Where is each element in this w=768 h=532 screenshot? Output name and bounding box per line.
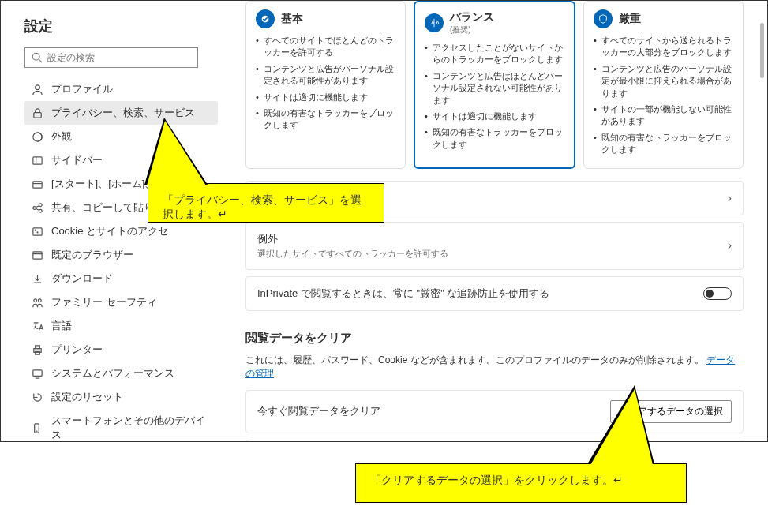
appearance-icon <box>31 130 43 143</box>
language-icon <box>31 320 43 332</box>
svg-point-0 <box>32 53 39 60</box>
sidebar-item-label: プロファイル <box>51 82 113 96</box>
svg-point-14 <box>35 230 36 230</box>
svg-line-1 <box>39 59 42 62</box>
browser-icon <box>31 249 43 261</box>
share-icon <box>31 201 43 214</box>
lock-icon <box>31 107 43 119</box>
row-title: 例外 <box>257 232 448 246</box>
svg-point-15 <box>37 231 38 232</box>
reset-icon <box>31 391 43 403</box>
card-item: 既知の有害なトラッカーをブロックします <box>425 126 564 151</box>
card-title: 基本 <box>281 12 303 26</box>
tracking-card-strict[interactable]: 厳重 すべてのサイトから送られるトラッカーの大部分をブロックします コンテンツと… <box>583 1 744 169</box>
svg-rect-5 <box>32 156 41 163</box>
sidebar-item-label: 既定のブラウザー <box>51 248 133 262</box>
card-item: 既知の有害なトラッカーをブロックします <box>594 132 733 156</box>
svg-point-10 <box>39 209 42 212</box>
card-item: すべてのサイトでほとんどのトラッカーを許可する <box>256 35 395 59</box>
card-item: コンテンツと広告のパーソナル設定が最小限に抑えられる場合があります <box>594 63 733 99</box>
svg-line-12 <box>36 208 39 210</box>
card-item: サイトの一部が機能しない可能性があります <box>594 103 733 128</box>
settings-search[interactable] <box>24 47 198 68</box>
row-title: InPrivate で閲覧するときは、常に "厳密" な追跡防止を使用する <box>257 287 549 301</box>
settings-title: 設定 <box>24 17 218 36</box>
sidebar-item-label: システムとパフォーマンス <box>51 366 174 380</box>
sidebar-item-default[interactable]: 既定のブラウザー <box>24 243 218 267</box>
sidebar-item-label: プリンター <box>51 343 103 357</box>
sidebar-item-label: ファミリー セーフティ <box>51 295 157 309</box>
sidebar-item-label: スマートフォンとその他のデバイス <box>51 414 212 442</box>
svg-point-19 <box>38 298 41 302</box>
chevron-right-icon: › <box>728 238 732 253</box>
balance-icon <box>425 13 444 32</box>
chevron-right-icon: › <box>728 191 732 205</box>
sidebar-item-label: Cookie とサイトのアクセ <box>51 224 168 238</box>
svg-point-9 <box>39 203 42 206</box>
sidebar-item-reset[interactable]: 設定のリセット <box>24 385 218 409</box>
card-item: コンテンツと広告はほとんどパーソナル設定されない可能性があります <box>425 70 564 107</box>
sidebar-item-language[interactable]: 言語 <box>24 314 218 338</box>
search-icon <box>32 52 43 63</box>
profile-icon <box>31 83 43 96</box>
clear-on-close-row[interactable]: ブラウザーを閉じるたびにクリアするデータを選択する › <box>245 440 744 441</box>
sidebar-item-label: 言語 <box>51 319 72 333</box>
tracking-card-basic[interactable]: 基本 すべてのサイトでほとんどのトラッカーを許可する コンテンツと広告がパーソナ… <box>245 1 406 169</box>
card-title: 厳重 <box>619 12 641 26</box>
card-title: バランス <box>450 10 494 24</box>
sidebar-item-phone[interactable]: スマートフォンとその他のデバイス <box>24 409 218 442</box>
svg-rect-23 <box>32 369 41 376</box>
system-icon <box>31 367 43 380</box>
annotation-callout-2: 「クリアするデータの選択」をクリックします。↵ <box>355 463 687 503</box>
download-icon <box>31 272 43 285</box>
card-item: サイトは適切に機能します <box>256 92 395 103</box>
sidebar-item-cookies[interactable]: Cookie とサイトのアクセ <box>24 219 218 243</box>
card-item: コンテンツと広告がパーソナル設定される可能性があります <box>256 63 395 88</box>
search-input[interactable] <box>47 52 191 63</box>
card-sub: (推奨) <box>450 24 494 36</box>
sidebar-item-system[interactable]: システムとパフォーマンス <box>24 362 218 385</box>
scrollbar[interactable] <box>760 23 764 78</box>
sidebar-item-label: サイドバー <box>51 153 103 167</box>
svg-rect-22 <box>35 351 39 354</box>
annotation-callout-1: 「プライバシー、検索、サービス」を選択します。↵ <box>148 183 384 223</box>
svg-point-8 <box>32 206 36 209</box>
svg-rect-7 <box>32 181 41 187</box>
card-item: 既知の有害なトラッカーをブロックします <box>256 107 395 132</box>
clear-data-title: 閲覧データをクリア <box>245 331 744 346</box>
inprivate-toggle[interactable] <box>703 287 732 300</box>
svg-rect-3 <box>33 112 40 118</box>
sidebar-item-label: 設定のリセット <box>51 390 123 404</box>
tab-icon <box>31 178 43 190</box>
phone-icon <box>31 421 43 434</box>
printer-icon <box>31 343 43 356</box>
clear-data-desc: これには、履歴、パスワード、Cookie などが含まれます。このプロファイルのデ… <box>245 354 744 380</box>
svg-point-2 <box>35 84 39 89</box>
card-item: アクセスしたことがないサイトからのトラッカーをブロックします <box>425 42 564 66</box>
sidebar-item-label: 外観 <box>51 129 72 144</box>
cookie-icon <box>31 225 43 238</box>
sidebar-item-profile[interactable]: プロファイル <box>24 77 218 101</box>
svg-point-18 <box>33 298 36 302</box>
sidebar-icon <box>31 154 43 167</box>
svg-line-11 <box>36 205 39 207</box>
clear-now-row: 今すぐ閲覧データをクリア クリアするデータの選択 <box>245 390 744 433</box>
tracking-card-balance[interactable]: バランス(推奨) アクセスしたことがないサイトからのトラッカーをブロックします … <box>414 1 575 169</box>
inprivate-row: InPrivate で閲覧するときは、常に "厳密" な追跡防止を使用する <box>245 276 744 311</box>
svg-rect-16 <box>32 251 41 258</box>
family-icon <box>31 296 43 309</box>
basic-icon <box>256 9 275 28</box>
card-item: サイトは適切に機能します <box>425 111 564 122</box>
strict-icon <box>594 9 613 28</box>
exceptions-row[interactable]: 例外 選択したサイトですべてのトラッカーを許可する › <box>245 222 744 270</box>
sidebar-item-printer[interactable]: プリンター <box>24 338 218 362</box>
svg-rect-21 <box>35 345 39 348</box>
sidebar-item-downloads[interactable]: ダウンロード <box>24 267 218 290</box>
sidebar-item-label: ダウンロード <box>51 272 113 286</box>
row-sub: 選択したサイトですべてのトラッカーを許可する <box>257 248 448 260</box>
row-title: 今すぐ閲覧データをクリア <box>257 404 380 418</box>
sidebar-item-family[interactable]: ファミリー セーフティ <box>24 290 218 314</box>
card-item: すべてのサイトから送られるトラッカーの大部分をブロックします <box>594 35 733 59</box>
